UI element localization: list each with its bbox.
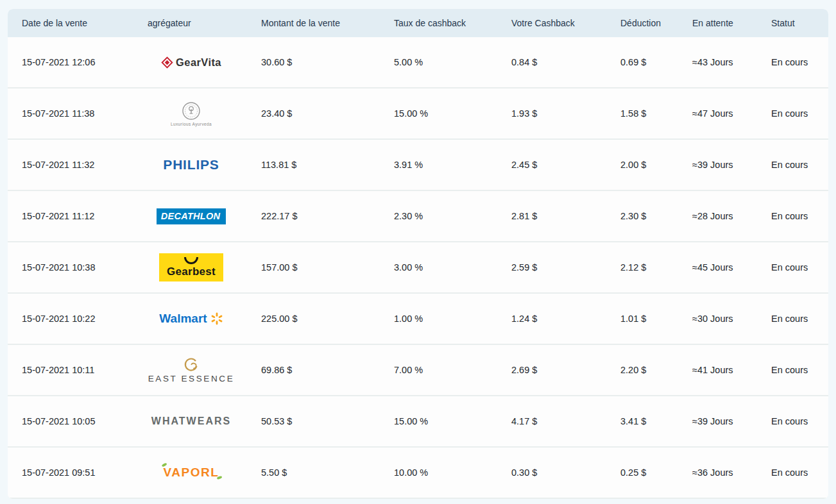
merchant-cell: EAST ESSENCE — [140, 357, 253, 383]
status: En cours — [763, 57, 828, 67]
gearvita-icon — [161, 56, 173, 69]
tree-emblem-icon — [182, 101, 201, 121]
your-cashback: 2.69 $ — [504, 365, 613, 375]
pending-days: ≈45 Jours — [685, 262, 763, 273]
merchant-cell: Luxurious Ayurveda — [140, 101, 253, 126]
sale-date: 15-07-2021 09:51 — [14, 467, 140, 478]
cashback-rate: 10.00 % — [386, 467, 504, 478]
sale-amount: 23.40 $ — [253, 108, 386, 119]
merchant-cell: Walmart — [140, 312, 253, 326]
merchant-name: PHILIPS — [163, 157, 219, 172]
gearbest-badge: Gearbest — [159, 253, 223, 281]
merchant-name: DECATHLON — [157, 208, 226, 224]
status: En cours — [763, 314, 828, 324]
walmart-spark-icon — [210, 312, 223, 325]
merchant-name: EAST ESSENCE — [148, 374, 235, 383]
status: En cours — [763, 211, 828, 221]
pending-days: ≈43 Jours — [685, 57, 763, 67]
your-cashback: 2.81 $ — [504, 211, 613, 221]
column-header-aggregator: agrégateur — [140, 18, 253, 28]
column-header-cashback-rate: Taux de cashback — [386, 18, 504, 28]
table-row: 15-07-2021 11:38 Luxurious Ayurveda 23.4… — [8, 88, 828, 140]
walmart-logo: Walmart — [140, 312, 243, 326]
pending-days: ≈39 Jours — [685, 416, 763, 426]
sale-date: 15-07-2021 11:38 — [14, 108, 140, 119]
gearbest-logo: Gearbest — [140, 253, 243, 281]
your-cashback: 1.24 $ — [504, 314, 613, 324]
deduction: 1.58 $ — [613, 108, 685, 119]
pending-days: ≈28 Jours — [685, 211, 763, 221]
column-header-deduction: Déduction — [613, 18, 685, 28]
merchant-cell: Gearbest — [140, 253, 253, 281]
pending-days: ≈39 Jours — [685, 160, 763, 170]
merchant-cell: DECATHLON — [140, 208, 253, 224]
deduction: 2.30 $ — [613, 211, 685, 221]
merchant-name: WHATWEARS — [151, 416, 231, 427]
luxurious-ayurveda-logo: Luxurious Ayurveda — [140, 101, 243, 126]
deduction: 3.41 $ — [613, 416, 685, 426]
sale-date: 15-07-2021 11:12 — [14, 211, 140, 221]
deduction: 0.25 $ — [613, 467, 685, 478]
pending-days: ≈30 Jours — [685, 314, 763, 324]
deduction: 2.00 $ — [613, 160, 685, 170]
table-row: 15-07-2021 10:22 Walmart 225.00 $ 1.00 % — [8, 294, 828, 345]
your-cashback: 2.45 $ — [504, 160, 613, 170]
sale-date: 15-07-2021 12:06 — [14, 57, 140, 67]
cashback-rate: 15.00 % — [386, 108, 504, 119]
pending-days: ≈41 Jours — [685, 365, 763, 375]
status: En cours — [763, 262, 828, 273]
table-row: 15-07-2021 12:06 GearVita 30.60 $ 5.00 %… — [8, 37, 828, 88]
gearvita-logo: GearVita — [140, 56, 243, 69]
pending-days: ≈47 Jours — [685, 108, 763, 119]
east-essence-logo: EAST ESSENCE — [140, 357, 243, 383]
sale-date: 15-07-2021 10:05 — [14, 416, 140, 426]
table-row: 15-07-2021 10:11 EAST ESSENCE 69.86 $ 7.… — [8, 345, 828, 396]
cashback-rate: 15.00 % — [386, 416, 504, 426]
table-row: 15-07-2021 09:51 VAPORL 5.50 $ 10.00 % 0… — [8, 448, 828, 499]
merchant-cell: GearVita — [140, 56, 253, 69]
table-row: 15-07-2021 10:38 Gearbest 157.00 $ 3.00 … — [8, 242, 828, 294]
decathlon-logo: DECATHLON — [140, 208, 243, 224]
your-cashback: 2.59 $ — [504, 262, 613, 273]
vaporl-logo: VAPORL — [140, 466, 243, 480]
sale-amount: 30.60 $ — [253, 57, 386, 67]
table-header: Date de la vente agrégateur Montant de l… — [8, 9, 828, 37]
cashback-rate: 3.91 % — [386, 160, 504, 170]
cashback-rate: 7.00 % — [386, 365, 504, 375]
deduction: 0.69 $ — [613, 57, 685, 67]
cashback-rate: 5.00 % — [386, 57, 504, 67]
cashback-sales-table: Date de la vente agrégateur Montant de l… — [8, 9, 828, 499]
merchant-cell: PHILIPS — [140, 157, 253, 172]
status: En cours — [763, 365, 828, 375]
merchant-name: Gearbest — [167, 265, 216, 278]
status: En cours — [763, 416, 828, 426]
deduction: 2.20 $ — [613, 365, 685, 375]
merchant-cell: WHATWEARS — [140, 416, 253, 427]
sale-amount: 50.53 $ — [253, 416, 386, 426]
table-row: 15-07-2021 10:05 WHATWEARS 50.53 $ 15.00… — [8, 396, 828, 448]
whatwears-logo: WHATWEARS — [140, 416, 243, 427]
column-header-your-cashback: Votre Cashback — [504, 18, 613, 28]
your-cashback: 0.84 $ — [504, 57, 613, 67]
sale-date: 15-07-2021 11:32 — [14, 160, 140, 170]
sale-amount: 5.50 $ — [253, 467, 386, 478]
sale-amount: 69.86 $ — [253, 365, 386, 375]
gearbest-smile-icon — [184, 257, 198, 264]
column-header-sale-date: Date de la vente — [14, 18, 140, 28]
sale-date: 15-07-2021 10:22 — [14, 314, 140, 324]
sale-amount: 113.81 $ — [253, 160, 386, 170]
merchant-cell: VAPORL — [140, 466, 253, 480]
cashback-rate: 1.00 % — [386, 314, 504, 324]
deduction: 2.12 $ — [613, 262, 685, 273]
table-row: 15-07-2021 11:32 PHILIPS 113.81 $ 3.91 %… — [8, 140, 828, 191]
column-header-status: Statut — [763, 18, 828, 28]
philips-logo: PHILIPS — [140, 157, 243, 172]
your-cashback: 4.17 $ — [504, 416, 613, 426]
status: En cours — [763, 467, 828, 478]
sale-amount: 157.00 $ — [253, 262, 386, 273]
sale-date: 15-07-2021 10:11 — [14, 365, 140, 375]
sale-date: 15-07-2021 10:38 — [14, 262, 140, 273]
your-cashback: 0.30 $ — [504, 467, 613, 478]
column-header-sale-amount: Montant de la vente — [253, 18, 386, 28]
sale-amount: 225.00 $ — [253, 314, 386, 324]
